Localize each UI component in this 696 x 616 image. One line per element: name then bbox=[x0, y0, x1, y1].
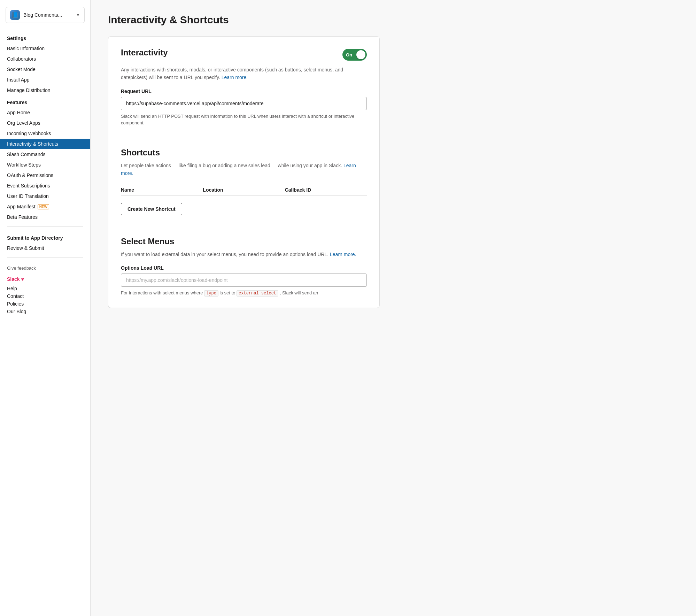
settings-section-header: Settings bbox=[0, 31, 90, 43]
sidebar-item-collaborators[interactable]: Collaborators bbox=[0, 54, 90, 64]
code-type: type bbox=[204, 290, 218, 297]
footer-link-our-blog[interactable]: Our Blog bbox=[7, 308, 83, 315]
select-menus-footer: For interactions with select menus where… bbox=[121, 290, 367, 297]
sidebar-item-incoming-webhooks[interactable]: Incoming Webhooks bbox=[0, 128, 90, 139]
select-menus-title: Select Menus bbox=[121, 237, 367, 246]
sidebar-item-event-subscriptions[interactable]: Event Subscriptions bbox=[0, 180, 90, 191]
shortcuts-table-header: Name Location Callback ID bbox=[121, 184, 367, 196]
submit-section-header: Submit to App Directory bbox=[0, 231, 90, 243]
sidebar-footer: Give feedback Slack ♥ Help Contact Polic… bbox=[0, 262, 90, 319]
sidebar-item-beta-features[interactable]: Beta Features bbox=[0, 212, 90, 222]
app-name: Blog Comments... bbox=[23, 12, 72, 18]
main-content: Interactivity & Shortcuts Interactivity … bbox=[91, 0, 696, 616]
interactivity-learn-more[interactable]: Learn more. bbox=[222, 75, 248, 80]
options-load-url-label: Options Load URL bbox=[121, 265, 367, 271]
app-icon: 📘 bbox=[10, 10, 20, 20]
footer-link-help[interactable]: Help bbox=[7, 285, 83, 292]
slack-logo: Slack ♥ bbox=[7, 276, 83, 282]
features-section-header: Features bbox=[0, 95, 90, 107]
sidebar-divider-2 bbox=[7, 257, 83, 258]
sidebar-item-oauth-permissions[interactable]: OAuth & Permissions bbox=[0, 170, 90, 180]
page-title: Interactivity & Shortcuts bbox=[108, 14, 679, 26]
col-header-name: Name bbox=[121, 187, 203, 193]
sidebar-item-org-level-apps[interactable]: Org Level Apps bbox=[0, 118, 90, 128]
interactivity-title: Interactivity bbox=[121, 48, 168, 57]
toggle-on-label: On bbox=[346, 52, 352, 57]
sidebar-divider bbox=[7, 226, 83, 227]
select-menus-learn-more[interactable]: Learn more. bbox=[330, 252, 356, 257]
sidebar-item-user-id-translation[interactable]: User ID Translation bbox=[0, 191, 90, 201]
sidebar-item-app-manifest[interactable]: App Manifest NEW bbox=[0, 201, 90, 212]
options-load-url-input[interactable] bbox=[121, 274, 367, 287]
sidebar-item-app-home[interactable]: App Home bbox=[0, 107, 90, 118]
interactivity-header: Interactivity On bbox=[121, 48, 367, 62]
code-external-select: external_select bbox=[237, 290, 278, 297]
sidebar-item-manage-distribution[interactable]: Manage Distribution bbox=[0, 85, 90, 95]
shortcuts-description: Let people take actions — like filing a … bbox=[121, 162, 367, 177]
sidebar: 📘 Blog Comments... ▼ Settings Basic Info… bbox=[0, 0, 91, 616]
sidebar-item-basic-information[interactable]: Basic Information bbox=[0, 43, 90, 54]
request-url-helper: Slack will send an HTTP POST request wit… bbox=[121, 113, 367, 126]
request-url-input[interactable] bbox=[121, 97, 367, 110]
sidebar-item-install-app[interactable]: Install App bbox=[0, 75, 90, 85]
col-header-callback-id: Callback ID bbox=[285, 187, 367, 193]
sidebar-item-slash-commands[interactable]: Slash Commands bbox=[0, 149, 90, 160]
sidebar-item-interactivity-shortcuts[interactable]: Interactivity & Shortcuts bbox=[0, 139, 90, 149]
select-menus-description: If you want to load external data in you… bbox=[121, 251, 367, 258]
app-selector[interactable]: 📘 Blog Comments... ▼ bbox=[6, 7, 85, 23]
request-url-label: Request URL bbox=[121, 88, 367, 94]
sidebar-item-workflow-steps[interactable]: Workflow Steps bbox=[0, 160, 90, 170]
new-badge: NEW bbox=[38, 204, 49, 209]
toggle-knob bbox=[356, 50, 365, 59]
feedback-label: Give feedback bbox=[7, 265, 83, 271]
col-header-location: Location bbox=[203, 187, 285, 193]
section-divider-1 bbox=[121, 137, 367, 137]
shortcuts-title: Shortcuts bbox=[121, 148, 367, 157]
interactivity-toggle[interactable]: On bbox=[342, 49, 367, 61]
interactivity-description: Any interactions with shortcuts, modals,… bbox=[121, 66, 367, 82]
content-card: Interactivity On Any interactions with s… bbox=[108, 36, 380, 308]
sidebar-item-socket-mode[interactable]: Socket Mode bbox=[0, 64, 90, 75]
footer-link-contact[interactable]: Contact bbox=[7, 292, 83, 300]
sidebar-item-review-submit[interactable]: Review & Submit bbox=[0, 243, 90, 253]
toggle-container[interactable]: On bbox=[342, 49, 367, 61]
chevron-down-icon: ▼ bbox=[76, 13, 80, 17]
create-shortcut-button[interactable]: Create New Shortcut bbox=[121, 203, 182, 215]
footer-link-policies[interactable]: Policies bbox=[7, 300, 83, 308]
section-divider-2 bbox=[121, 226, 367, 226]
